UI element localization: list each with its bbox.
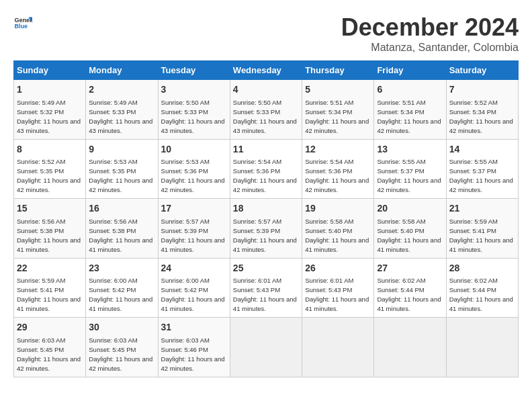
day-number: 27 bbox=[377, 262, 443, 275]
day-number: 29 bbox=[17, 321, 83, 334]
calendar-cell: 2Sunrise: 5:49 AMSunset: 5:33 PMDaylight… bbox=[86, 80, 158, 140]
day-info: Sunrise: 6:03 AMSunset: 5:45 PMDaylight:… bbox=[17, 336, 81, 372]
day-info: Sunrise: 5:49 AMSunset: 5:33 PMDaylight:… bbox=[89, 99, 152, 134]
day-number: 11 bbox=[233, 143, 299, 156]
day-info: Sunrise: 6:03 AMSunset: 5:45 PMDaylight:… bbox=[89, 336, 152, 372]
day-number: 31 bbox=[161, 321, 227, 334]
calendar-cell: 5Sunrise: 5:51 AMSunset: 5:34 PMDaylight… bbox=[302, 80, 374, 140]
day-number: 4 bbox=[233, 83, 299, 97]
day-number: 7 bbox=[449, 83, 515, 97]
calendar-cell bbox=[446, 318, 518, 377]
day-number: 15 bbox=[17, 202, 83, 216]
calendar-cell: 13Sunrise: 5:55 AMSunset: 5:37 PMDayligh… bbox=[374, 139, 446, 199]
day-number: 30 bbox=[89, 321, 154, 334]
calendar-cell: 16Sunrise: 5:56 AMSunset: 5:38 PMDayligh… bbox=[86, 199, 158, 259]
calendar-week-row: 15Sunrise: 5:56 AMSunset: 5:38 PMDayligh… bbox=[14, 199, 519, 259]
month-year-title: December 2024 bbox=[341, 13, 519, 42]
day-info: Sunrise: 5:55 AMSunset: 5:37 PMDaylight:… bbox=[377, 158, 441, 193]
calendar-week-row: 1Sunrise: 5:49 AMSunset: 5:32 PMDaylight… bbox=[14, 80, 519, 140]
day-info: Sunrise: 5:58 AMSunset: 5:40 PMDaylight:… bbox=[305, 218, 369, 253]
page-header: General Blue December 2024 Matanza, Sant… bbox=[13, 13, 519, 54]
day-number: 18 bbox=[233, 202, 299, 216]
location-subtitle: Matanza, Santander, Colombia bbox=[341, 42, 519, 54]
calendar-cell: 8Sunrise: 5:52 AMSunset: 5:35 PMDaylight… bbox=[14, 139, 86, 199]
day-number: 2 bbox=[89, 83, 154, 97]
day-info: Sunrise: 5:54 AMSunset: 5:36 PMDaylight:… bbox=[233, 158, 297, 193]
day-number: 20 bbox=[377, 202, 443, 216]
day-info: Sunrise: 5:53 AMSunset: 5:35 PMDaylight:… bbox=[89, 158, 152, 193]
col-saturday: Saturday bbox=[446, 61, 518, 80]
calendar-week-row: 22Sunrise: 5:59 AMSunset: 5:41 PMDayligh… bbox=[14, 258, 519, 318]
calendar-cell: 19Sunrise: 5:58 AMSunset: 5:40 PMDayligh… bbox=[302, 199, 374, 259]
calendar-cell: 12Sunrise: 5:54 AMSunset: 5:36 PMDayligh… bbox=[302, 139, 374, 199]
day-info: Sunrise: 5:59 AMSunset: 5:41 PMDaylight:… bbox=[449, 218, 513, 253]
day-number: 14 bbox=[449, 143, 515, 156]
day-info: Sunrise: 5:58 AMSunset: 5:40 PMDaylight:… bbox=[377, 218, 441, 253]
calendar-cell: 7Sunrise: 5:52 AMSunset: 5:34 PMDaylight… bbox=[446, 80, 518, 140]
calendar-cell: 26Sunrise: 6:01 AMSunset: 5:43 PMDayligh… bbox=[302, 258, 374, 318]
calendar-cell: 10Sunrise: 5:53 AMSunset: 5:36 PMDayligh… bbox=[158, 139, 230, 199]
calendar-cell: 15Sunrise: 5:56 AMSunset: 5:38 PMDayligh… bbox=[14, 199, 86, 259]
calendar-cell: 1Sunrise: 5:49 AMSunset: 5:32 PMDaylight… bbox=[14, 80, 86, 140]
day-info: Sunrise: 5:56 AMSunset: 5:38 PMDaylight:… bbox=[89, 218, 152, 253]
svg-text:Blue: Blue bbox=[14, 23, 28, 30]
calendar-cell: 25Sunrise: 6:01 AMSunset: 5:43 PMDayligh… bbox=[230, 258, 302, 318]
col-tuesday: Tuesday bbox=[158, 61, 230, 80]
title-area: December 2024 Matanza, Santander, Colomb… bbox=[341, 13, 519, 54]
day-info: Sunrise: 5:50 AMSunset: 5:33 PMDaylight:… bbox=[161, 99, 225, 134]
day-info: Sunrise: 6:01 AMSunset: 5:43 PMDaylight:… bbox=[305, 277, 369, 312]
day-number: 23 bbox=[89, 262, 154, 275]
logo: General Blue bbox=[13, 13, 32, 32]
day-info: Sunrise: 5:53 AMSunset: 5:36 PMDaylight:… bbox=[161, 158, 225, 193]
day-info: Sunrise: 6:03 AMSunset: 5:46 PMDaylight:… bbox=[161, 336, 225, 372]
calendar-cell: 23Sunrise: 6:00 AMSunset: 5:42 PMDayligh… bbox=[86, 258, 158, 318]
calendar-header-row: Sunday Monday Tuesday Wednesday Thursday… bbox=[14, 61, 519, 80]
day-info: Sunrise: 5:54 AMSunset: 5:36 PMDaylight:… bbox=[305, 158, 369, 193]
day-info: Sunrise: 6:00 AMSunset: 5:42 PMDaylight:… bbox=[161, 277, 225, 312]
calendar-week-row: 29Sunrise: 6:03 AMSunset: 5:45 PMDayligh… bbox=[14, 318, 519, 377]
calendar-cell: 24Sunrise: 6:00 AMSunset: 5:42 PMDayligh… bbox=[158, 258, 230, 318]
day-info: Sunrise: 6:01 AMSunset: 5:43 PMDaylight:… bbox=[233, 277, 297, 312]
calendar-cell: 3Sunrise: 5:50 AMSunset: 5:33 PMDaylight… bbox=[158, 80, 230, 140]
day-info: Sunrise: 6:02 AMSunset: 5:44 PMDaylight:… bbox=[377, 277, 441, 312]
calendar-cell bbox=[230, 318, 302, 377]
calendar-cell: 4Sunrise: 5:50 AMSunset: 5:33 PMDaylight… bbox=[230, 80, 302, 140]
calendar-week-row: 8Sunrise: 5:52 AMSunset: 5:35 PMDaylight… bbox=[14, 139, 519, 199]
calendar-cell: 11Sunrise: 5:54 AMSunset: 5:36 PMDayligh… bbox=[230, 139, 302, 199]
day-info: Sunrise: 5:52 AMSunset: 5:35 PMDaylight:… bbox=[17, 158, 81, 193]
calendar-cell: 18Sunrise: 5:57 AMSunset: 5:39 PMDayligh… bbox=[230, 199, 302, 259]
day-info: Sunrise: 5:59 AMSunset: 5:41 PMDaylight:… bbox=[17, 277, 81, 312]
calendar-cell: 22Sunrise: 5:59 AMSunset: 5:41 PMDayligh… bbox=[14, 258, 86, 318]
day-number: 28 bbox=[449, 262, 515, 275]
day-number: 16 bbox=[89, 202, 154, 216]
day-info: Sunrise: 5:52 AMSunset: 5:34 PMDaylight:… bbox=[449, 99, 513, 134]
col-thursday: Thursday bbox=[302, 61, 374, 80]
day-info: Sunrise: 5:50 AMSunset: 5:33 PMDaylight:… bbox=[233, 99, 297, 134]
calendar-cell bbox=[302, 318, 374, 377]
calendar-cell: 30Sunrise: 6:03 AMSunset: 5:45 PMDayligh… bbox=[86, 318, 158, 377]
col-friday: Friday bbox=[374, 61, 446, 80]
calendar-cell bbox=[374, 318, 446, 377]
day-number: 12 bbox=[305, 143, 371, 156]
day-number: 19 bbox=[305, 202, 371, 216]
day-number: 9 bbox=[89, 143, 154, 156]
calendar-cell: 28Sunrise: 6:02 AMSunset: 5:44 PMDayligh… bbox=[446, 258, 518, 318]
day-number: 5 bbox=[305, 83, 371, 97]
day-info: Sunrise: 5:51 AMSunset: 5:34 PMDaylight:… bbox=[305, 99, 369, 134]
day-info: Sunrise: 5:55 AMSunset: 5:37 PMDaylight:… bbox=[449, 158, 513, 193]
calendar-cell: 31Sunrise: 6:03 AMSunset: 5:46 PMDayligh… bbox=[158, 318, 230, 377]
day-number: 21 bbox=[449, 202, 515, 216]
calendar-cell: 21Sunrise: 5:59 AMSunset: 5:41 PMDayligh… bbox=[446, 199, 518, 259]
day-info: Sunrise: 6:00 AMSunset: 5:42 PMDaylight:… bbox=[89, 277, 152, 312]
day-number: 25 bbox=[233, 262, 299, 275]
day-number: 10 bbox=[161, 143, 227, 156]
day-number: 26 bbox=[305, 262, 371, 275]
calendar-cell: 14Sunrise: 5:55 AMSunset: 5:37 PMDayligh… bbox=[446, 139, 518, 199]
day-info: Sunrise: 5:49 AMSunset: 5:32 PMDaylight:… bbox=[17, 99, 81, 134]
col-sunday: Sunday bbox=[14, 61, 86, 80]
calendar-cell: 27Sunrise: 6:02 AMSunset: 5:44 PMDayligh… bbox=[374, 258, 446, 318]
day-info: Sunrise: 5:51 AMSunset: 5:34 PMDaylight:… bbox=[377, 99, 441, 134]
day-number: 24 bbox=[161, 262, 227, 275]
col-wednesday: Wednesday bbox=[230, 61, 302, 80]
calendar-cell: 6Sunrise: 5:51 AMSunset: 5:34 PMDaylight… bbox=[374, 80, 446, 140]
